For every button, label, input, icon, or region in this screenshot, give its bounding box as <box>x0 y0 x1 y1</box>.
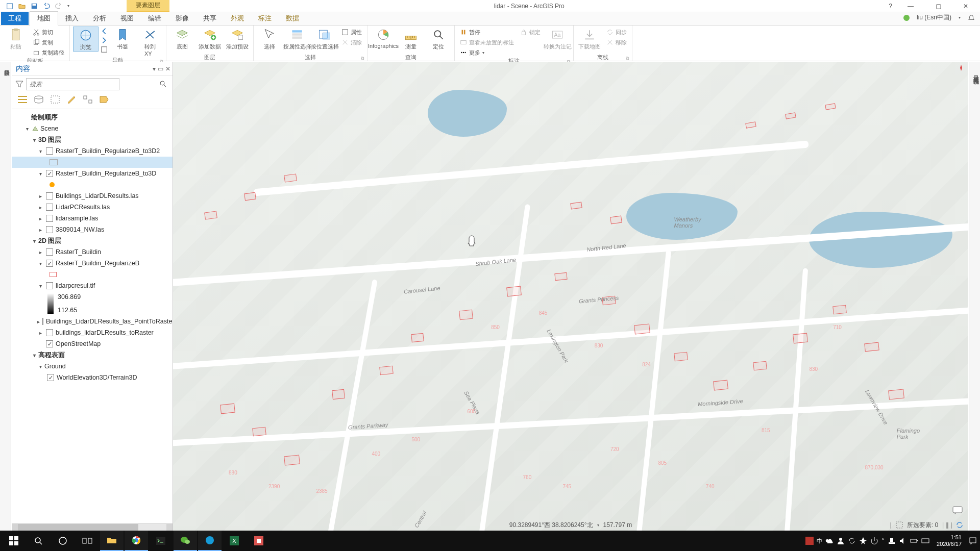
tray-expand-icon[interactable]: ˄ <box>881 538 885 544</box>
list-by-drawing-icon[interactable] <box>17 94 28 105</box>
layer-checkbox[interactable]: ✓ <box>46 170 53 177</box>
notifications-icon[interactable] <box>968 14 975 21</box>
select-by-loc-button[interactable]: 按位置选择 <box>312 27 337 51</box>
bookmark-button[interactable]: 书签 <box>110 27 135 51</box>
layer-checkbox[interactable] <box>46 215 53 222</box>
nav-full-icon[interactable] <box>101 46 108 53</box>
open-project-icon[interactable] <box>18 3 26 10</box>
clear-selection-button[interactable]: 清除 <box>339 38 364 47</box>
layer-checkbox[interactable] <box>46 204 53 211</box>
edge-button[interactable] <box>198 531 222 551</box>
system-tray[interactable]: 中 ˄ 1:51 2020/6/17 <box>805 534 980 547</box>
layer-checkbox[interactable]: ✓ <box>46 260 53 267</box>
infographics-button[interactable]: Infographics <box>371 27 396 49</box>
locate-button[interactable]: 定位 <box>426 27 451 51</box>
tree-layer-2d-4[interactable]: ▸buildings_lidarDLResults_toRaster <box>12 327 173 338</box>
nav-forward-icon[interactable] <box>101 37 108 44</box>
taskbar[interactable]: X 中 ˄ 1:51 2020/6/17 <box>0 531 980 551</box>
contents-tree[interactable]: 绘制顺序 ▾Scene ▾3D 图层 ▾RasterT_Buildin_Regu… <box>12 109 173 523</box>
tab-view[interactable]: 视图 <box>113 12 141 25</box>
layer-checkbox[interactable] <box>46 329 53 336</box>
contents-search-input[interactable] <box>26 78 119 90</box>
cortana-button[interactable] <box>51 531 75 551</box>
scroll-left-icon[interactable] <box>12 524 18 531</box>
tree-layer-2d-0[interactable]: ▸RasterT_Buildin <box>12 246 173 258</box>
scroll-right-icon[interactable] <box>166 524 173 531</box>
basemap-button[interactable]: 底图 <box>169 27 195 51</box>
signed-in-user[interactable]: liu (Esri中国) <box>917 13 951 22</box>
download-map-button[interactable]: 下载地图 <box>577 27 602 51</box>
tree-layer-2d-2[interactable]: ▾lidarpcresul.tif <box>12 280 173 291</box>
wechat-button[interactable] <box>174 531 197 551</box>
tree-group-2d[interactable]: ▾2D 图层 <box>12 235 173 246</box>
add-data-button[interactable]: 添加数据 <box>197 27 223 51</box>
labels-more-button[interactable]: 更多▾ <box>458 48 516 57</box>
tab-appearance[interactable]: 外观 <box>224 12 251 25</box>
tab-labeling[interactable]: 标注 <box>251 12 279 25</box>
tree-scene[interactable]: ▾Scene <box>12 123 173 134</box>
convert-labels-button[interactable]: Aa转换为注记 <box>545 27 570 51</box>
tab-insert[interactable]: 插入 <box>58 12 86 25</box>
pause-labels-button[interactable]: 暂停 <box>458 28 516 37</box>
maximize-button[interactable]: ▢ <box>929 3 947 10</box>
compass-icon[interactable] <box>958 65 964 71</box>
copy-path-button[interactable]: 复制路径 <box>31 48 66 57</box>
explore-button[interactable]: 浏览 <box>73 27 99 52</box>
tab-data[interactable]: 数据 <box>279 12 306 25</box>
help-icon[interactable]: ? <box>889 3 892 10</box>
tray-keyboard-icon[interactable] <box>921 537 929 545</box>
list-by-source-icon[interactable] <box>33 94 44 105</box>
selection-launcher-icon[interactable]: ⧉ <box>360 56 365 61</box>
layer-checkbox[interactable]: ✓ <box>47 374 54 381</box>
list-by-snapping-icon[interactable] <box>82 94 93 105</box>
list-by-labeling-icon[interactable] <box>99 94 110 105</box>
select-by-attr-button[interactable]: 按属性选择 <box>284 27 310 51</box>
tree-layer-3d-5[interactable]: ▸3809014_NW.las <box>12 224 173 235</box>
ime-indicator[interactable]: 中 <box>817 537 822 545</box>
tree-layer-3d-3[interactable]: ▸LidarPCResults.las <box>12 202 173 213</box>
start-button[interactable] <box>2 531 26 551</box>
tray-sync-icon[interactable] <box>848 537 856 545</box>
taskbar-clock[interactable]: 1:51 2020/6/17 <box>933 534 966 547</box>
recorder-button[interactable] <box>247 531 271 551</box>
tree-layer-2d-5[interactable]: ✓OpenStreetMap <box>12 338 173 349</box>
layer-checkbox[interactable] <box>46 147 53 155</box>
coord-menu-icon[interactable]: ▾ <box>597 523 599 528</box>
new-project-icon[interactable] <box>6 3 13 10</box>
list-by-selection-icon[interactable] <box>50 94 61 105</box>
tab-file[interactable]: 工程 <box>1 12 29 25</box>
signed-in-icon[interactable] <box>903 15 910 21</box>
cut-button[interactable]: 剪切 <box>31 28 66 37</box>
lock-labels-button[interactable]: 锁定 <box>518 28 543 37</box>
paste-button[interactable]: 粘贴 <box>3 27 29 51</box>
add-preset-button[interactable]: 添加预设 <box>225 27 250 51</box>
pane-close-icon[interactable]: ✕ <box>165 65 170 72</box>
action-center-icon[interactable] <box>969 537 977 545</box>
tray-cloud-icon[interactable] <box>825 537 834 545</box>
goto-xy-button[interactable]: 转到 XY <box>137 27 163 57</box>
user-menu-icon[interactable]: ▾ <box>959 15 961 20</box>
tree-elevation-0[interactable]: ✓WorldElevation3D/Terrain3D <box>12 372 173 383</box>
tree-ground[interactable]: ▾Ground <box>12 361 173 372</box>
offline-launcher-icon[interactable]: ⧉ <box>625 56 630 61</box>
tab-edit[interactable]: 编辑 <box>141 12 168 25</box>
minimize-button[interactable]: — <box>901 3 920 10</box>
pane-autohide-icon[interactable]: ▭ <box>158 65 163 72</box>
view-unplaced-button[interactable]: 查看未放置的标注 <box>458 38 516 47</box>
tree-layer-2d-1-sym[interactable] <box>12 269 173 280</box>
tree-group-3d[interactable]: ▾3D 图层 <box>12 134 173 145</box>
layer-checkbox[interactable] <box>46 248 53 256</box>
tray-app-icon[interactable] <box>805 537 814 545</box>
layer-checkbox[interactable] <box>46 226 53 233</box>
search-button[interactable] <box>27 531 50 551</box>
tree-layer-3d-4[interactable]: ▸lidarsample.las <box>12 213 173 224</box>
tray-pin-icon[interactable] <box>859 537 867 545</box>
messages-icon[interactable] <box>952 505 963 515</box>
tree-layer-3d-1-sym[interactable] <box>12 179 173 190</box>
excel-button[interactable]: X <box>223 531 246 551</box>
select-button[interactable]: 选择 <box>257 27 282 51</box>
chrome-button[interactable] <box>125 531 148 551</box>
copy-button[interactable]: 复制 <box>31 38 66 47</box>
attributes-button[interactable]: 属性 <box>339 28 364 37</box>
tree-layer-3d-1[interactable]: ▾✓RasterT_Buildin_RegularizeB_to3D <box>12 168 173 179</box>
